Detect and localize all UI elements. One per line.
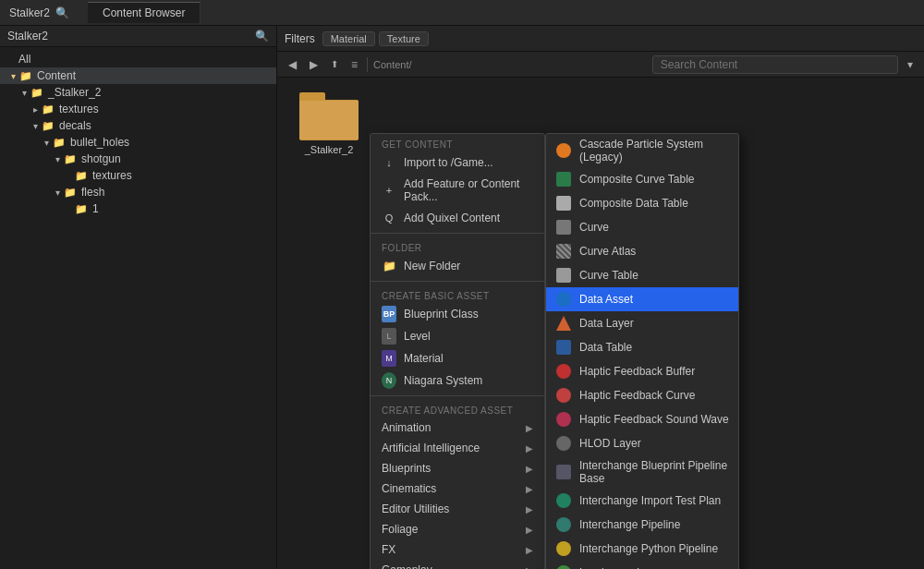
submenu-label-10: Haptic Feedback Curve [579,389,695,402]
submenu-icon-14 [555,492,572,509]
submenu-item-haptic-feedback-buffer[interactable]: Haptic Feedback Buffer [546,359,738,383]
menu-item-import-label: Import to /Game... [404,156,533,169]
menu-item-material-label: Material [404,352,533,365]
tree-item-one[interactable]: 📁 1 [0,200,276,217]
submenu-item-curve-atlas[interactable]: Curve Atlas [546,239,738,263]
menu-item-advanced-foliage[interactable]: Foliage ▶ [371,519,544,539]
submenu-label-16: Interchange Python Pipeline [579,542,718,555]
content-main[interactable]: _Stalker_2 GET CONTENT ↓ Import to /Game… [277,78,924,569]
menu-item-niagara[interactable]: N Niagara System [371,369,544,392]
submenu-item-landscape-layer[interactable]: Landscape Layer [546,561,738,569]
content-browser-tab[interactable]: Content Browser [88,2,201,23]
submenu-icon-12 [555,435,572,452]
submenu-icon-5 [555,267,572,284]
submenu-icon-2 [555,195,572,212]
submenu-item-interchange-blueprint-pipeline-base[interactable]: Interchange Blueprint Pipeline Base [546,455,738,489]
submenu-item-haptic-feedback-curve[interactable]: Haptic Feedback Curve [546,383,738,407]
tree-arrow-content: ▾ [7,71,18,81]
submenu-item-composite-data-table[interactable]: Composite Data Table [546,191,738,215]
divider-1 [371,233,544,234]
filter-pills: Material Texture [322,31,429,46]
advanced-item-label-3: Cinematics [382,482,518,495]
submenu-item-interchange-import-test-plan[interactable]: Interchange Import Test Plan [546,489,738,513]
menu-item-new-folder-label: New Folder [404,260,533,272]
tree-item-all[interactable]: All [0,51,276,67]
menu-item-advanced-cinematics[interactable]: Cinematics ▶ [371,478,544,499]
blueprint-icon: BP [382,307,396,321]
import-icon: ↓ [382,155,396,170]
tree-label-stalker2: _Stalker_2 [48,86,101,99]
submenu-arrow-7: ▶ [526,565,533,570]
options-button[interactable]: ≡ [347,56,361,73]
submenu-item-cascade-particle-system-(legacy)[interactable]: Cascade Particle System (Legacy) [546,134,738,167]
menu-item-add-feature[interactable]: + Add Feature or Content Pack... [371,174,544,207]
tree-item-bullet-holes[interactable]: ▾ 📁 bullet_holes [0,134,276,151]
folder-icon-stalker2: 📁 [30,86,44,99]
menu-item-blueprint[interactable]: BP Blueprint Class [371,303,544,325]
submenu-label-1: Composite Curve Table [579,173,695,186]
tree-item-shotgun[interactable]: ▾ 📁 shotgun [0,151,276,167]
path-label: Content/ [373,59,412,70]
submenu-icon-16 [555,540,572,557]
submenu-icon-9 [555,363,572,380]
forward-button[interactable]: ▶ [306,56,322,73]
menu-item-material[interactable]: M Material [371,347,544,369]
up-button[interactable]: ⬆ [327,57,342,71]
window-title: Stalker2 🔍 [0,6,79,19]
folder-icon-flesh: 📁 [63,186,78,199]
tree-item-flesh[interactable]: ▾ 📁 flesh [0,184,276,200]
submenu-item-data-asset[interactable]: Data Asset [546,287,738,311]
tree-item-stalker2[interactable]: ▾ 📁 _Stalker_2 [0,84,276,101]
tree-item-decals[interactable]: ▾ 📁 decals [0,117,276,134]
submenu-item-interchange-pipeline[interactable]: Interchange Pipeline [546,513,738,537]
submenu-arrow-0: ▶ [526,423,533,433]
search-input[interactable] [652,55,898,74]
top-bar: Stalker2 🔍 Content Browser [0,0,924,26]
submenu-item-interchange-python-pipeline[interactable]: Interchange Python Pipeline [546,537,738,561]
menu-item-import[interactable]: ↓ Import to /Game... [371,151,544,174]
search-icon-tree[interactable]: 🔍 [255,30,269,42]
back-button[interactable]: ◀ [285,56,300,73]
advanced-item-label-5: Foliage [382,523,518,536]
filter-texture[interactable]: Texture [379,31,429,46]
search-icon-header: 🔍 [55,6,69,19]
submenu-arrow-4: ▶ [526,504,533,515]
submenu-item-hlod-layer[interactable]: HLOD Layer [546,431,738,455]
submenu-item-data-layer[interactable]: Data Layer [546,311,738,335]
menu-item-new-folder[interactable]: 📁 New Folder [371,255,544,277]
tree-item-content[interactable]: ▾ 📁 Content [0,67,276,84]
context-menu: GET CONTENT ↓ Import to /Game... + Add F… [370,133,545,569]
submenu-item-haptic-feedback-sound-wave[interactable]: Haptic Feedback Sound Wave [546,407,738,431]
section-basic-asset: CREATE BASIC ASSET [371,285,544,303]
menu-item-add-quixel[interactable]: Q Add Quixel Content [371,207,544,229]
menu-item-advanced-blueprints[interactable]: Blueprints ▶ [371,458,544,478]
menu-item-advanced-animation[interactable]: Animation ▶ [371,418,544,438]
tree-label-shotgun: shotgun [81,152,121,165]
tree-item-textures1[interactable]: ▸ 📁 textures [0,101,276,117]
niagara-icon: N [382,373,396,388]
submenu-item-curve-table[interactable]: Curve Table [546,263,738,287]
file-tree-content: All ▾ 📁 Content ▾ 📁 _Stalker_2 ▸ 📁 [0,47,276,569]
submenu-icon-7 [555,315,572,332]
menu-item-advanced-artificial-intelligence[interactable]: Artificial Intelligence ▶ [371,438,544,458]
filter-material[interactable]: Material [322,31,375,46]
submenu-item-composite-curve-table[interactable]: Composite Curve Table [546,167,738,191]
content-browser-filters: Filters Material Texture [277,26,924,52]
menu-item-level-label: Level [404,330,533,343]
submenu-item-data-table[interactable]: Data Table [546,335,738,359]
search-settings-button[interactable]: ▾ [904,56,917,73]
content-area: Stalker2 🔍 All ▾ 📁 Content ▾ 📁 _S [0,26,924,569]
menu-item-advanced-fx[interactable]: FX ▶ [371,539,544,560]
menu-item-blueprint-label: Blueprint Class [404,308,533,321]
advanced-item-label-7: Gameplay [382,563,518,569]
submenu-item-curve[interactable]: Curve [546,215,738,239]
submenu-label-8: Data Table [579,341,632,354]
submenu-arrow-5: ▶ [526,525,533,535]
tree-label-textures1: textures [59,103,99,115]
menu-item-advanced-gameplay[interactable]: Gameplay ▶ [371,560,544,569]
tree-item-textures2[interactable]: 📁 textures [0,167,276,184]
tree-arrow-stalker2: ▾ [18,88,30,98]
menu-item-level[interactable]: L Level [371,325,544,347]
menu-item-advanced-editor-utilities[interactable]: Editor Utilities ▶ [371,499,544,519]
tree-label-content: Content [37,69,76,82]
